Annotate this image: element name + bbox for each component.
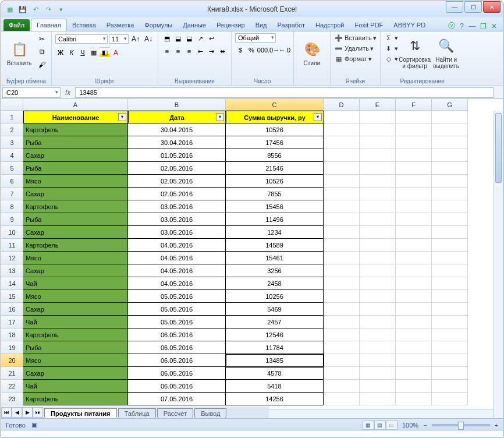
empty-cell[interactable] — [432, 123, 468, 136]
vertical-scrollbar[interactable] — [494, 111, 503, 418]
font-name-combo[interactable]: Calibri — [55, 34, 108, 44]
font-color-button[interactable]: A — [111, 47, 121, 58]
merge-icon[interactable]: ⬌ — [217, 46, 228, 56]
orientation-icon[interactable]: ↗ — [195, 33, 205, 44]
data-cell[interactable]: 14256 — [226, 393, 324, 405]
format-cells-button[interactable]: ▦Формат ▾ — [334, 54, 377, 63]
data-cell[interactable]: 05.05.2016 — [128, 316, 226, 328]
data-cell[interactable]: 06.05.2016 — [128, 380, 226, 393]
empty-cell[interactable] — [396, 213, 432, 226]
empty-cell[interactable] — [432, 341, 468, 354]
tab-разметка[interactable]: Разметка — [101, 19, 140, 31]
styles-button[interactable]: 🎨 Стили — [297, 33, 326, 73]
shrink-font-icon[interactable]: A↓ — [143, 33, 154, 45]
row-header-5[interactable]: 5 — [1, 162, 23, 175]
empty-cell[interactable] — [432, 162, 468, 175]
tab-вид[interactable]: Вид — [250, 19, 272, 31]
empty-cell[interactable] — [432, 393, 468, 405]
collapse-ribbon-icon[interactable]: ⓥ — [448, 21, 455, 31]
row-header-6[interactable]: 6 — [1, 175, 23, 188]
minimize-button[interactable]: — — [446, 1, 463, 13]
empty-cell[interactable] — [432, 290, 468, 303]
row-header-19[interactable]: 19 — [1, 341, 23, 354]
empty-cell[interactable] — [360, 264, 396, 277]
macro-record-icon[interactable]: ▣ — [31, 421, 37, 429]
empty-cell[interactable] — [324, 123, 360, 136]
empty-cell[interactable] — [432, 328, 468, 341]
data-cell[interactable]: 10526 — [226, 175, 324, 188]
row-header-16[interactable]: 16 — [1, 303, 23, 316]
empty-cell[interactable] — [396, 239, 432, 252]
format-painter-icon[interactable]: 🖌 — [36, 59, 48, 70]
empty-cell[interactable] — [396, 264, 432, 277]
empty-cell[interactable] — [396, 290, 432, 303]
row-header-11[interactable]: 11 — [1, 239, 23, 252]
border-button[interactable]: ▦ — [88, 47, 99, 58]
header-cell[interactable]: Наименование▾ — [23, 111, 128, 123]
data-cell[interactable]: 7855 — [226, 188, 324, 200]
empty-cell[interactable] — [360, 239, 396, 252]
worksheet-grid[interactable]: ABCDEFG 12345678910111213141516171819202… — [1, 99, 503, 418]
empty-cell[interactable] — [360, 252, 396, 264]
empty-cell[interactable] — [432, 367, 468, 380]
currency-icon[interactable]: $ — [235, 45, 246, 55]
empty-cell[interactable] — [432, 316, 468, 328]
increase-decimal-icon[interactable]: .0→ — [268, 45, 279, 55]
insert-cells-button[interactable]: ➕Вставить ▾ — [334, 33, 377, 43]
empty-cell[interactable] — [432, 252, 468, 264]
fx-icon[interactable]: fx — [62, 89, 74, 97]
data-cell[interactable]: 14589 — [226, 239, 324, 252]
row-header-3[interactable]: 3 — [1, 136, 23, 149]
data-cell[interactable]: Мясо — [23, 175, 128, 188]
empty-cell[interactable] — [396, 367, 432, 380]
empty-cell[interactable] — [432, 188, 468, 200]
row-header-21[interactable]: 21 — [1, 367, 23, 380]
empty-cell[interactable] — [360, 188, 396, 200]
data-cell[interactable]: 03.05.2016 — [128, 213, 226, 226]
row-header-14[interactable]: 14 — [1, 277, 23, 290]
data-cell[interactable]: 2457 — [226, 316, 324, 328]
empty-cell[interactable] — [360, 226, 396, 239]
data-cell[interactable]: 07.05.2016 — [128, 393, 226, 405]
font-size-combo[interactable]: 11 — [109, 34, 129, 44]
empty-cell[interactable] — [396, 123, 432, 136]
autosum-button[interactable]: Σ▾ — [384, 33, 398, 43]
empty-cell[interactable] — [396, 188, 432, 200]
empty-cell[interactable] — [324, 328, 360, 341]
scrollbar-thumb[interactable] — [495, 113, 502, 183]
empty-cell[interactable] — [324, 290, 360, 303]
empty-cell[interactable] — [432, 380, 468, 393]
tab-foxit pdf[interactable]: Foxit PDF — [349, 19, 388, 31]
empty-cell[interactable] — [324, 341, 360, 354]
sheet-tab-active[interactable]: Продукты питания — [44, 408, 117, 418]
data-cell[interactable]: 30.04.2016 — [128, 136, 226, 149]
undo-icon[interactable]: ↶ — [30, 4, 41, 15]
tab-главная[interactable]: Главная — [31, 19, 67, 31]
sheet-nav-next-icon[interactable]: ▶ — [22, 407, 33, 418]
normal-view-icon[interactable]: ▦ — [363, 421, 374, 430]
empty-cell[interactable] — [360, 277, 396, 290]
empty-cell[interactable] — [324, 354, 360, 367]
underline-button[interactable]: Ч — [77, 47, 88, 58]
data-cell[interactable]: 06.05.2016 — [128, 367, 226, 380]
sort-filter-button[interactable]: ⇅ Сортировка и фильтр — [400, 33, 430, 73]
data-cell[interactable]: 06.05.2016 — [128, 341, 226, 354]
data-cell[interactable]: 10526 — [226, 123, 324, 136]
data-cell[interactable]: Рыба — [23, 162, 128, 175]
data-cell[interactable]: 06.05.2016 — [128, 354, 226, 367]
empty-cell[interactable] — [360, 149, 396, 162]
empty-cell[interactable] — [360, 341, 396, 354]
data-cell[interactable]: 1234 — [226, 226, 324, 239]
empty-cell[interactable] — [396, 393, 432, 405]
data-cell[interactable]: 5418 — [226, 380, 324, 393]
empty-cell[interactable] — [324, 149, 360, 162]
horizontal-scrollbar[interactable] — [269, 409, 494, 418]
row-header-22[interactable]: 22 — [1, 380, 23, 393]
cut-icon[interactable]: ✂ — [36, 33, 48, 45]
tab-рецензир[interactable]: Рецензир — [211, 19, 250, 31]
empty-cell[interactable] — [432, 149, 468, 162]
tab-разработ[interactable]: Разработ — [272, 19, 310, 31]
row-header-13[interactable]: 13 — [1, 264, 23, 277]
data-cell[interactable]: 02.05.2016 — [128, 162, 226, 175]
bold-button[interactable]: Ж — [55, 47, 66, 58]
